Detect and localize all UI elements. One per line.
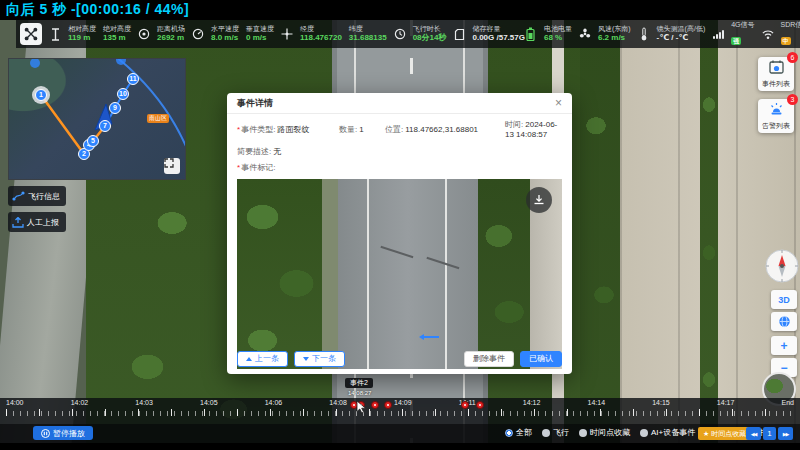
waypoint-marker[interactable]: 1	[35, 89, 47, 101]
download-icon	[533, 194, 545, 206]
event-annotation-marker	[419, 334, 439, 339]
next-event-button[interactable]: 下一条	[294, 351, 345, 367]
map-region-label: 雨山区	[147, 114, 169, 123]
telemetry-home-distance: 距离机场2692 m	[157, 25, 185, 42]
page-number[interactable]: 1	[763, 427, 776, 440]
prev-event-button[interactable]: 上一条	[237, 351, 288, 367]
flight-info-button[interactable]: 飞行信息	[8, 186, 66, 206]
page-next-button[interactable]: ▶▶	[778, 427, 793, 440]
home-distance-icon	[138, 27, 150, 41]
waypoint-marker[interactable]: 10	[117, 88, 129, 100]
3d-mode-button[interactable]: 3D	[771, 290, 797, 309]
time-label: End	[782, 399, 794, 406]
radio-selected-icon	[505, 429, 513, 437]
telemetry-absolute-altitude: 绝对高度135 m	[103, 25, 131, 42]
waypoint-marker[interactable]: 7	[99, 120, 111, 132]
telemetry-horizontal-speed: 水平速度8.0 m/s	[211, 25, 239, 42]
time-label: 14:15	[652, 399, 670, 406]
required-asterisk: *	[237, 163, 240, 173]
zoom-in-button[interactable]: +	[771, 336, 797, 355]
filter-time-favorites[interactable]: 时间点收藏	[579, 427, 630, 438]
event-marker[interactable]	[371, 401, 379, 409]
mini-map[interactable]: 1 2 4 5 7 9 10 11 雨山区	[8, 58, 186, 180]
cellular-signal-icon	[712, 27, 724, 41]
event-fields-row: *事件类型:路面裂纹 数量:1 位置:118.47662,31.68801 时间…	[237, 120, 562, 141]
crosshair-icon	[281, 27, 293, 41]
manual-report-button[interactable]: 人工上报	[8, 212, 66, 232]
wind-icon	[579, 27, 591, 41]
alarm-siren-icon	[769, 102, 784, 116]
modal-title: 事件详情	[237, 97, 555, 110]
modal-footer: 上一条 下一条 删除事件 已确认	[237, 351, 562, 367]
waypoint-marker[interactable]: 9	[109, 102, 121, 114]
filter-ai-device-events[interactable]: AI+设备事件	[640, 427, 695, 438]
event-list-label: 事件列表	[758, 79, 794, 89]
download-button[interactable]	[526, 187, 552, 213]
time-label: 14:12	[523, 399, 541, 406]
battery-icon	[525, 27, 537, 41]
event-description-field: 简要描述:无	[237, 147, 562, 157]
time-label: 14:14	[588, 399, 606, 406]
radio-icon	[542, 429, 550, 437]
chevron-down-icon	[303, 357, 309, 361]
event-tooltip: 事件2	[345, 378, 373, 388]
event-detail-modal: 事件详情 × *事件类型:路面裂纹 数量:1 位置:118.47662,31.6…	[227, 93, 572, 374]
pause-icon	[41, 429, 50, 438]
timeline-labels: 14:00 14:02 14:03 14:05 14:06 14:08 14:0…	[0, 398, 800, 406]
required-asterisk: *	[237, 125, 240, 134]
time-label: 14:02	[71, 399, 89, 406]
upload-icon	[12, 217, 24, 228]
layers-globe-button[interactable]	[771, 312, 797, 331]
flight-info-label: 飞行信息	[28, 191, 60, 202]
map-expand-button[interactable]	[164, 158, 180, 174]
telemetry-latitude: 纬度31.688135	[349, 25, 387, 42]
alarm-list-button[interactable]: 3 告警列表	[758, 99, 794, 133]
event-mark-field: *事件标记:	[237, 163, 562, 173]
event-marker[interactable]	[461, 401, 469, 409]
time-label: 14:05	[200, 399, 218, 406]
compass[interactable]	[764, 248, 800, 284]
event-count-field: 数量:1	[339, 125, 385, 135]
telemetry-sdr-signal: SDR信号 中	[781, 21, 800, 47]
event-photo[interactable]	[237, 179, 562, 369]
timeline-bar[interactable]: 14:00 14:02 14:03 14:05 14:06 14:08 14:0…	[0, 398, 800, 424]
storage-card-icon	[453, 27, 465, 41]
telemetry-relative-altitude: 相对高度119 m	[68, 25, 96, 42]
time-favorite-button[interactable]: ★ 时间点收藏	[698, 427, 751, 440]
page-prev-button[interactable]: ◀◀	[746, 427, 761, 440]
event-list-button[interactable]: 6 事件列表	[758, 57, 794, 91]
modal-header: 事件详情 ×	[227, 93, 572, 114]
4g-signal-badge: 强	[731, 37, 741, 45]
close-icon[interactable]: ×	[555, 97, 562, 109]
waypoint-marker[interactable]: 11	[127, 73, 139, 85]
event-location-field: 位置:118.47662,31.68801	[385, 125, 505, 135]
filter-all[interactable]: 全部	[505, 427, 532, 438]
filter-flight[interactable]: 飞行	[542, 427, 569, 438]
clock-icon	[394, 27, 406, 41]
drone-icon[interactable]	[20, 23, 42, 45]
modal-body: *事件类型:路面裂纹 数量:1 位置:118.47662,31.68801 时间…	[227, 114, 572, 369]
pause-playback-button[interactable]: 暂停播放	[33, 426, 93, 440]
mouse-cursor	[356, 400, 367, 414]
event-type-field: *事件类型:路面裂纹	[237, 125, 339, 135]
time-label: 14:08	[329, 399, 347, 406]
event-list-badge: 6	[787, 52, 798, 63]
radio-icon	[640, 429, 648, 437]
wifi-icon	[762, 27, 774, 41]
playback-controls-bar: 暂停播放 全部 飞行 时间点收藏 AI+设备事件 人工上报事件	[0, 424, 800, 443]
telemetry-battery: 电池电量68 %	[544, 25, 572, 42]
event-marker[interactable]	[476, 401, 484, 409]
alarm-list-label: 告警列表	[758, 121, 794, 131]
alarm-list-badge: 3	[787, 94, 798, 105]
waypoint-marker[interactable]: 5	[87, 135, 99, 147]
drone-replay-screen: 向后 5 秒 -[00:00:16 / 44%] 相对高度119 m 绝对高度1…	[0, 0, 800, 450]
radio-icon	[579, 429, 587, 437]
time-label: 14:09	[394, 399, 412, 406]
confirm-event-button[interactable]: 已确认	[520, 351, 562, 367]
event-marker[interactable]	[384, 401, 392, 409]
delete-event-button[interactable]: 删除事件	[464, 351, 514, 367]
star-icon: ★	[703, 430, 709, 438]
sdr-signal-badge: 中	[781, 37, 791, 45]
telemetry-lens-temperature: 镜头测温(高/低)-℃ / -℃	[657, 25, 706, 42]
telemetry-right-group: 电池电量68 % 风速(东南)6.2 m/s 镜头测温(高/低)-℃ / -℃ …	[525, 21, 800, 47]
